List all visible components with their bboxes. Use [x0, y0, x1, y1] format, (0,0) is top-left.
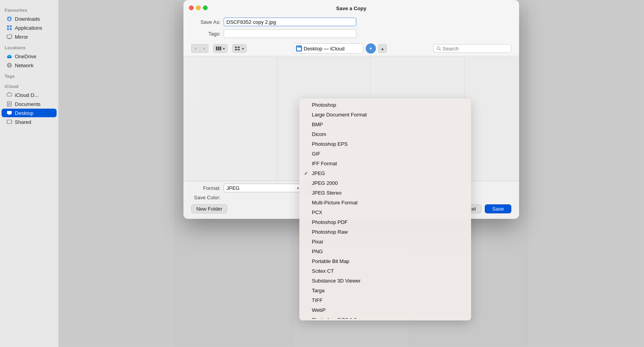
- svg-rect-6: [8, 38, 11, 39]
- minimize-button[interactable]: [196, 5, 201, 10]
- svg-rect-18: [8, 114, 11, 115]
- svg-rect-1: [7, 25, 9, 27]
- sidebar-item-applications[interactable]: Applications: [2, 23, 57, 32]
- format-option[interactable]: Dicom: [299, 129, 471, 139]
- format-option[interactable]: Portable Bit Map: [299, 256, 471, 266]
- column-view-icon: [216, 47, 221, 50]
- search-box: [433, 44, 511, 53]
- format-label: Format:: [191, 185, 221, 191]
- format-option[interactable]: IFF Format: [299, 159, 471, 168]
- format-option[interactable]: Pixar: [299, 237, 471, 247]
- dialog-overlay: Save a Copy Save As: Tags: ‹ ›: [59, 0, 644, 347]
- sidebar-item-label: Mirror: [15, 34, 28, 40]
- location-dropdown[interactable]: Desktop — iCloud: [293, 43, 363, 54]
- sidebar: Favourites Downloads Applications Mirror…: [0, 0, 59, 347]
- format-option[interactable]: Targa: [299, 286, 471, 295]
- forward-button[interactable]: ›: [200, 44, 208, 53]
- tags-input[interactable]: [224, 29, 356, 38]
- svg-rect-20: [216, 47, 217, 50]
- tags-row: Tags:: [191, 29, 511, 38]
- svg-rect-23: [235, 47, 237, 48]
- svg-rect-22: [220, 47, 221, 50]
- svg-rect-26: [238, 49, 240, 50]
- sidebar-item-icloud-drive[interactable]: iCloud D...: [2, 91, 57, 99]
- filename-input[interactable]: [224, 18, 356, 26]
- format-option[interactable]: PCX: [299, 207, 471, 217]
- new-folder-button[interactable]: New Folder: [191, 204, 227, 213]
- svg-rect-4: [10, 28, 12, 30]
- grid-view-icon: [235, 47, 240, 50]
- network-icon: [6, 62, 12, 68]
- format-option[interactable]: Photoshop EPS: [299, 139, 471, 149]
- traffic-lights: [189, 5, 208, 10]
- format-option[interactable]: Photoshop Raw: [299, 227, 471, 237]
- format-option[interactable]: TIFF: [299, 295, 471, 305]
- svg-rect-21: [218, 47, 219, 50]
- back-button[interactable]: ‹: [191, 44, 200, 53]
- documents-icon: [6, 101, 12, 107]
- format-option[interactable]: JPEG 2000: [299, 178, 471, 188]
- format-option[interactable]: PNG: [299, 247, 471, 256]
- format-option[interactable]: WebP: [299, 305, 471, 315]
- save-as-label: Save As:: [191, 19, 221, 25]
- icloud-section-label: iCloud: [0, 80, 58, 90]
- main-area: Save a Copy Save As: Tags: ‹ ›: [59, 0, 644, 347]
- dialog-title: Save a Copy: [336, 5, 366, 11]
- sidebar-item-downloads[interactable]: Downloads: [2, 14, 57, 23]
- sidebar-item-label: OneDrive: [15, 54, 36, 59]
- save-as-row: Save As:: [191, 18, 511, 26]
- svg-rect-25: [235, 49, 237, 50]
- svg-rect-17: [7, 111, 12, 114]
- sidebar-item-label: Network: [15, 63, 34, 68]
- icloud-icon: [6, 92, 12, 98]
- svg-point-27: [437, 47, 440, 49]
- shared-icon: [6, 119, 12, 125]
- sidebar-item-mirror[interactable]: Mirror: [2, 32, 57, 41]
- format-dropdown-menu: PhotoshopLarge Document FormatBMPDicomPh…: [299, 98, 471, 320]
- location-text: Desktop — iCloud: [304, 46, 345, 52]
- sidebar-item-network[interactable]: Network: [2, 61, 57, 70]
- format-option[interactable]: JPEG Stereo: [299, 188, 471, 198]
- location-expand-button[interactable]: ▾: [366, 43, 376, 54]
- format-dropdown[interactable]: JPEG ▾: [224, 184, 302, 192]
- mirror-icon: [6, 34, 12, 40]
- maximize-button[interactable]: [203, 5, 208, 10]
- search-input[interactable]: [443, 46, 508, 52]
- svg-rect-24: [238, 47, 240, 48]
- format-option[interactable]: BMP: [299, 120, 471, 129]
- sidebar-item-label: iCloud D...: [15, 92, 39, 98]
- format-option[interactable]: JPEG: [299, 168, 471, 178]
- format-option[interactable]: Multi-Picture Format: [299, 198, 471, 207]
- grid-view-button[interactable]: ▾: [232, 44, 247, 53]
- sidebar-item-shared[interactable]: Shared: [2, 118, 57, 126]
- tags-section-label: Tags: [0, 70, 58, 80]
- format-option[interactable]: Substance 3D Viewer: [299, 276, 471, 286]
- location-folder-icon: [296, 45, 302, 52]
- save-color-label: Save Color:: [191, 195, 221, 200]
- format-option[interactable]: Photoshop DCS 1.0: [299, 315, 471, 319]
- format-option[interactable]: Scitex CT: [299, 266, 471, 276]
- close-button[interactable]: [189, 5, 194, 10]
- locations-section-label: Locations: [0, 41, 58, 52]
- format-option[interactable]: Large Document Format: [299, 110, 471, 120]
- downloads-icon: [6, 16, 12, 22]
- format-option[interactable]: GIF: [299, 149, 471, 159]
- location-controls: Desktop — iCloud ▾ ▲: [250, 43, 430, 54]
- format-options-list: PhotoshopLarge Document FormatBMPDicomPh…: [299, 100, 471, 319]
- sidebar-item-label: Desktop: [15, 110, 34, 116]
- format-option[interactable]: Photoshop PDF: [299, 217, 471, 227]
- format-option[interactable]: Photoshop: [299, 100, 471, 110]
- dialog-form: Save As: Tags:: [183, 14, 519, 38]
- dialog-titlebar: Save a Copy: [183, 0, 519, 14]
- save-button[interactable]: Save: [485, 204, 511, 213]
- column-view-button[interactable]: ▾: [213, 44, 228, 53]
- location-collapse-button[interactable]: ▲: [378, 44, 387, 53]
- location-row: ‹ › ▾: [183, 41, 519, 56]
- search-icon: [437, 46, 441, 51]
- svg-rect-3: [7, 28, 9, 30]
- favourites-section-label: Favourites: [0, 4, 58, 14]
- sidebar-item-desktop[interactable]: Desktop: [2, 109, 57, 117]
- sidebar-item-documents[interactable]: Documents: [2, 100, 57, 108]
- sidebar-item-onedrive[interactable]: OneDrive: [2, 52, 57, 61]
- svg-rect-5: [7, 35, 12, 38]
